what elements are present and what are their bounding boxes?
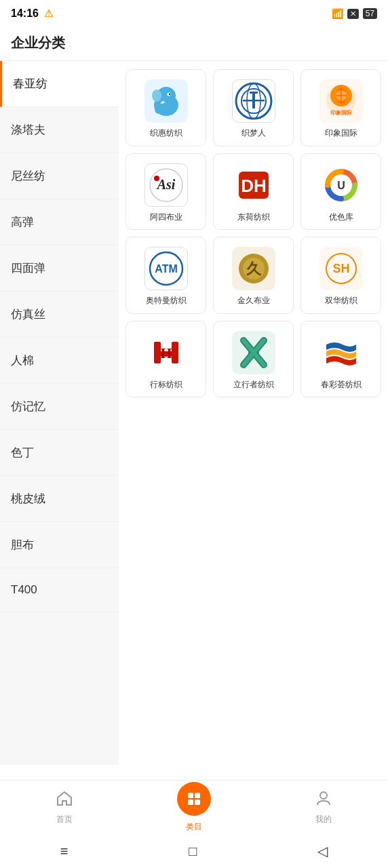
sidebar-item-chunyafang[interactable]: 春亚纺 (0, 61, 119, 107)
product-name-zhihui: 织惠纺织 (150, 128, 182, 139)
svg-rect-12 (243, 100, 265, 102)
product-card-atm[interactable]: ATM 奥特曼纺织 (125, 237, 206, 314)
svg-rect-54 (195, 800, 200, 805)
sidebar-item-renmian[interactable]: 人棉 (0, 338, 119, 384)
battery-level: 57 (363, 8, 377, 19)
product-grid: 织惠纺织 织梦人 (119, 61, 388, 765)
status-bar: 14:16 ⚠ 📶 ✕ 57 (0, 0, 388, 27)
nav-item-mine[interactable]: 我的 (258, 789, 388, 825)
product-logo-chuncai (319, 331, 363, 374)
svg-point-3 (152, 90, 161, 102)
bottom-nav: 首页 类目 我的 (0, 780, 388, 834)
home-icon (56, 789, 73, 811)
signal-x-icon: ✕ (347, 9, 359, 19)
home-button[interactable]: □ (189, 844, 197, 859)
product-card-youse[interactable]: U 优色库 (300, 153, 381, 231)
page-header: 企业分类 (0, 27, 388, 61)
product-card-zhihui[interactable]: 织惠纺织 (125, 69, 206, 146)
product-card-yinxiang[interactable]: 印象国际 印象国际 (300, 69, 381, 146)
product-card-dh[interactable]: DH 东荷纺织 (213, 153, 294, 231)
sidebar: 春亚纺 涤塔夫 尼丝纺 高弹 四面弹 仿真丝 人棉 仿记忆 色丁 桃皮绒 胆布 … (0, 61, 119, 765)
product-name-jinju: 金久布业 (237, 296, 270, 307)
product-card-jinju[interactable]: 久 金久布业 (213, 237, 294, 314)
nav-item-home[interactable]: 首页 (0, 789, 130, 825)
sidebar-item-seding[interactable]: 色丁 (0, 430, 119, 476)
product-logo-shuanghua: SH (319, 247, 363, 290)
product-name-zhimeng: 织梦人 (241, 128, 266, 139)
product-name-lixing: 立行者纺织 (233, 380, 274, 391)
product-logo-zhimeng (232, 79, 275, 123)
product-name-dh: 东荷纺织 (237, 212, 270, 223)
svg-text:印象国际: 印象国际 (330, 110, 353, 116)
product-name-chuncai: 春彩荟纺织 (321, 380, 362, 391)
svg-point-24 (154, 176, 159, 181)
category-center-button[interactable] (177, 782, 211, 816)
back-button[interactable]: ◁ (317, 843, 328, 859)
sidebar-item-taopirong[interactable]: 桃皮绒 (0, 476, 119, 522)
product-card-hangbiao[interactable]: H 行标纺织 (125, 321, 206, 398)
product-card-lixing[interactable]: 立行者纺织 (213, 321, 294, 398)
status-time-area: 14:16 ⚠ (11, 7, 53, 20)
product-card-asi[interactable]: Asi 阿四布业 (125, 153, 206, 231)
nav-item-category[interactable]: 类目 (130, 782, 259, 833)
svg-text:DH: DH (241, 176, 267, 196)
sidebar-item-danbu[interactable]: 胆布 (0, 522, 119, 568)
nav-label-home: 首页 (56, 814, 73, 825)
product-card-zhimeng[interactable]: 织梦人 (213, 69, 294, 146)
svg-rect-53 (188, 800, 193, 805)
svg-rect-10 (250, 92, 258, 94)
product-name-youse: 优色库 (329, 212, 353, 223)
svg-text:久: 久 (246, 260, 262, 277)
time-display: 14:16 (11, 7, 39, 20)
sidebar-item-simiantan[interactable]: 四面弹 (0, 245, 119, 292)
system-bar: ≡ □ ◁ (0, 834, 388, 868)
product-name-atm: 奥特曼纺织 (146, 296, 187, 307)
svg-point-55 (320, 792, 327, 799)
main-content: 春亚纺 涤塔夫 尼丝纺 高弹 四面弹 仿真丝 人棉 仿记忆 色丁 桃皮绒 胆布 … (0, 61, 388, 765)
sidebar-item-gaodan[interactable]: 高弹 (0, 199, 119, 245)
alert-icon: ⚠ (44, 7, 53, 20)
svg-text:H: H (160, 344, 172, 361)
product-card-chuncai[interactable]: 春彩荟纺织 (300, 321, 381, 398)
svg-text:SH: SH (332, 262, 349, 275)
svg-rect-45 (172, 342, 178, 363)
product-logo-atm: ATM (144, 247, 188, 290)
product-logo-hangbiao: H (144, 331, 188, 374)
product-name-asi: 阿四布业 (150, 212, 182, 223)
product-logo-zhihui (144, 79, 188, 123)
svg-text:ATM: ATM (155, 263, 177, 275)
product-logo-youse: U (319, 163, 363, 207)
nav-label-category: 类目 (186, 821, 202, 833)
svg-point-5 (168, 94, 170, 95)
sidebar-item-fenzhensi[interactable]: 仿真丝 (0, 292, 119, 338)
status-right-area: 📶 ✕ 57 (332, 8, 377, 19)
mine-icon (315, 789, 332, 811)
page-title: 企业分类 (11, 35, 65, 50)
product-logo-asi: Asi (144, 163, 188, 207)
svg-rect-52 (195, 793, 200, 798)
sidebar-item-tutafu[interactable]: 涤塔夫 (0, 107, 119, 153)
product-logo-yinxiang: 印象国际 (319, 79, 363, 123)
sidebar-item-t400[interactable]: T400 (0, 568, 119, 612)
svg-rect-51 (188, 793, 193, 798)
product-name-hangbiao: 行标纺织 (150, 380, 182, 391)
wifi-icon: 📶 (332, 8, 343, 19)
svg-text:U: U (337, 180, 345, 191)
sidebar-item-nisifang[interactable]: 尼丝纺 (0, 153, 119, 199)
product-card-shuanghua[interactable]: SH 双华纺织 (300, 237, 381, 314)
product-logo-jinju: 久 (232, 247, 275, 290)
product-logo-lixing (232, 331, 275, 374)
nav-label-mine: 我的 (315, 814, 332, 825)
menu-button[interactable]: ≡ (60, 844, 69, 859)
product-name-shuanghua: 双华纺织 (325, 296, 357, 307)
product-name-yinxiang: 印象国际 (325, 128, 357, 139)
product-logo-dh: DH (232, 163, 275, 207)
sidebar-item-fenjivi[interactable]: 仿记忆 (0, 384, 119, 430)
